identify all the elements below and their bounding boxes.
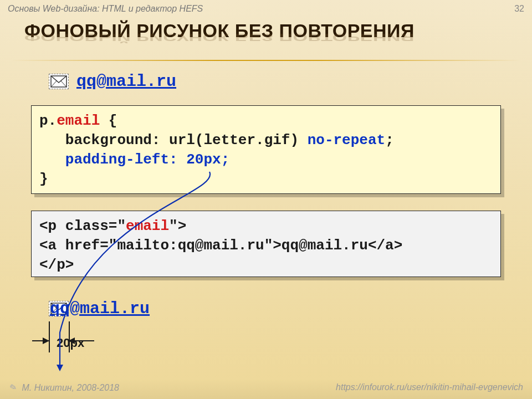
css-code-block: p.email { background: url(letter.gif) no… [31,105,501,194]
email-example-top: qq@mail.ru [49,72,176,91]
code-text: <p class=" [39,218,126,234]
code-text: p. [39,112,57,129]
slide: Основы Web-дизайна: HTML и редактор HEFS… [0,0,532,399]
footer-author-text: М. Никитин, 2008-2018 [22,383,119,392]
page-number: 32 [514,4,524,14]
code-text: { [100,112,117,129]
slide-title-shadow: ФОНОВЫЙ РИСУНОК БЕЗ ПОВТОРЕНИЯ [24,32,521,43]
code-text: email [57,112,100,129]
content: qq@mail.ru p.email { background: url(let… [27,66,505,371]
email-example-bottom: qq@mail.ru [49,299,150,318]
pencil-icon: ✎ [7,381,18,393]
code-text: background: url(letter.gif) [39,132,308,149]
code-text: } [39,171,48,187]
svg-marker-2 [57,365,63,371]
arrow-left-icon [32,340,49,341]
footer: ✎ М. Никитин, 2008-2018 https://infourok… [0,379,532,399]
dimension-line [49,321,50,352]
email-link-bottom[interactable]: qq@mail.ru [50,299,150,318]
divider [11,60,521,61]
code-text: ; [385,132,394,149]
code-text: no-repeat [308,132,385,149]
code-text [39,151,65,168]
email-link-top[interactable]: qq@mail.ru [71,72,176,91]
code-text: email [126,218,169,234]
footer-author: ✎ М. Никитин, 2008-2018 [9,382,119,393]
html-code-block: <p class="email"> <a href="mailto:qq@mai… [31,211,501,277]
code-text: padding-left: 20px; [65,151,229,168]
code-text: </p> [39,257,74,273]
top-bar: Основы Web-дизайна: HTML и редактор HEFS… [0,0,532,16]
code-text: "> [169,218,186,234]
code-text: <a href="mailto:qq@mail.ru">qq@mail.ru</… [39,237,402,254]
course-subtitle: Основы Web-дизайна: HTML и редактор HEFS [8,4,203,14]
footer-url: https://infourok.ru/user/nikitin-mihail-… [336,382,523,392]
dimension-label: 20px [57,336,84,350]
title-wrap: ФОНОВЫЙ РИСУНОК БЕЗ ПОВТОРЕНИЯ ФОНОВЫЙ Р… [24,20,521,42]
letter-icon [49,74,69,89]
